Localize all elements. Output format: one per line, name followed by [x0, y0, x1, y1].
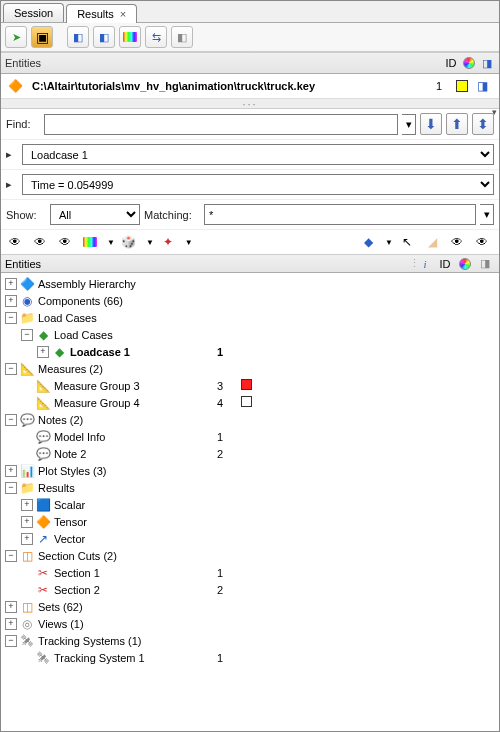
find-dropdown-arrow-icon[interactable]: ▾	[402, 114, 416, 135]
draw-style-button[interactable]: 🎲	[121, 234, 137, 250]
node-vector[interactable]: + ↗ Vector	[1, 530, 499, 547]
time-select[interactable]: Time = 0.054999	[22, 174, 494, 195]
node-tracking[interactable]: − 🛰 Tracking Systems (1)	[1, 632, 499, 649]
cursor-icon[interactable]: ↖	[399, 234, 415, 250]
node-components[interactable]: + ◉ Components (66)	[1, 292, 499, 309]
loadcase-select[interactable]: Loadcase 1	[22, 144, 494, 165]
expand-icon[interactable]: +	[37, 346, 49, 358]
rainbow-button[interactable]	[119, 26, 141, 48]
node-mg4[interactable]: 📐 Measure Group 4 4	[1, 394, 499, 411]
expand-icon[interactable]: +	[5, 295, 17, 307]
node-section2[interactable]: ✂ Section 2 2	[1, 581, 499, 598]
collapse-icon[interactable]: −	[5, 312, 17, 324]
node-views[interactable]: + ◎ Views (1)	[1, 615, 499, 632]
find-both-button[interactable]: ⬍	[472, 113, 494, 135]
node-modelinfo[interactable]: 💬 Model Info 1	[1, 428, 499, 445]
node-results[interactable]: − 📁 Results	[1, 479, 499, 496]
color-by-button[interactable]	[82, 234, 98, 250]
vector-icon: ↗	[35, 531, 51, 547]
panel-menu-arrow-icon[interactable]: ▾	[492, 107, 497, 117]
node-sets[interactable]: + ◫ Sets (62)	[1, 598, 499, 615]
node-track1[interactable]: 🛰 Tracking System 1 1	[1, 649, 499, 666]
app-button[interactable]: ▣	[31, 26, 53, 48]
expand-icon[interactable]: +	[5, 465, 17, 477]
matching-dropdown-arrow-icon[interactable]: ▾	[480, 204, 494, 225]
measure-icon: 📐	[35, 395, 51, 411]
model-tree: + 🔷 Assembly Hierarchy + ◉ Components (6…	[1, 273, 499, 672]
cube-button-1[interactable]: ◧	[67, 26, 89, 48]
show-select[interactable]: All	[50, 204, 140, 225]
tensor-icon: 🔶	[35, 514, 51, 530]
expand-icon[interactable]: +	[5, 278, 17, 290]
cube-add-button[interactable]: ◧	[93, 26, 115, 48]
show-label: Show:	[6, 209, 46, 221]
eye-count-icon[interactable]: 👁	[474, 234, 490, 250]
paint-icon[interactable]: ◢	[424, 234, 440, 250]
tree-id-col: ID	[435, 258, 455, 270]
entities-title: Entities	[5, 57, 441, 69]
expand-icon[interactable]: +	[21, 499, 33, 511]
node-note2[interactable]: 💬 Note 2 2	[1, 445, 499, 462]
collapse-icon[interactable]: −	[5, 550, 17, 562]
cube-menu-button[interactable]: ◆	[360, 234, 376, 250]
tracking-icon: 🛰	[35, 650, 51, 666]
node-notes[interactable]: − 💬 Notes (2)	[1, 411, 499, 428]
open-file-button[interactable]: ➤	[5, 26, 27, 48]
time-menu-arrow-icon[interactable]: ▸	[6, 178, 18, 191]
section-icon: ✂	[35, 582, 51, 598]
expand-icon[interactable]: +	[5, 618, 17, 630]
find-input[interactable]	[44, 114, 398, 135]
node-assembly[interactable]: + 🔷 Assembly Hierarchy	[1, 275, 499, 292]
collapse-icon[interactable]: −	[5, 635, 17, 647]
collapse-icon[interactable]: −	[5, 482, 17, 494]
share-button[interactable]: ⇆	[145, 26, 167, 48]
file-id: 1	[436, 80, 450, 92]
collapse-icon[interactable]: −	[5, 414, 17, 426]
splitter-bar[interactable]	[1, 99, 499, 109]
tree-cube-col-icon: ◨	[475, 257, 495, 270]
tab-session[interactable]: Session	[3, 3, 64, 22]
matching-input[interactable]	[204, 204, 476, 225]
collapse-icon[interactable]: −	[5, 363, 17, 375]
loadcase-menu-arrow-icon[interactable]: ▸	[6, 148, 18, 161]
file-vis-cube-icon[interactable]: ◨	[474, 78, 490, 94]
node-scalar[interactable]: + 🟦 Scalar	[1, 496, 499, 513]
eye3-icon[interactable]: 👁	[57, 234, 73, 250]
collapse-icon[interactable]: −	[21, 329, 33, 341]
node-measures[interactable]: − 📐 Measures (2)	[1, 360, 499, 377]
note-icon: 💬	[35, 429, 51, 445]
node-section1[interactable]: ✂ Section 1 1	[1, 564, 499, 581]
file-entry-row[interactable]: 🔶 C:\Altair\tutorials\mv_hv_hg\animation…	[1, 74, 499, 99]
file-type-icon: 🔶	[7, 78, 23, 94]
node-loadcases[interactable]: − 📁 Load Cases	[1, 309, 499, 326]
entities-header: Entities ID ◨	[1, 52, 499, 74]
expand-icon[interactable]: +	[21, 533, 33, 545]
node-mg3[interactable]: 📐 Measure Group 3 3	[1, 377, 499, 394]
cube-grey-button[interactable]: ◧	[171, 26, 193, 48]
file-color-swatch[interactable]	[456, 80, 468, 92]
color-swatch[interactable]	[241, 379, 252, 390]
eye-plusminus-icon[interactable]: 👁	[449, 234, 465, 250]
sets-icon: ◫	[19, 599, 35, 615]
find-prev-button[interactable]: ⬆	[446, 113, 468, 135]
expand-icon[interactable]: +	[5, 601, 17, 613]
eye2-icon[interactable]: 👁	[32, 234, 48, 250]
axes-icon[interactable]: ✦	[160, 234, 176, 250]
folder-icon: 📁	[19, 310, 35, 326]
node-tensor[interactable]: + 🔶 Tensor	[1, 513, 499, 530]
node-loadcase1[interactable]: + ◆ Loadcase 1 1	[1, 343, 499, 360]
eye1-icon[interactable]: 👁	[7, 234, 23, 250]
expand-icon[interactable]: +	[21, 516, 33, 528]
tab-results[interactable]: Results×	[66, 4, 137, 23]
close-icon[interactable]: ×	[120, 8, 126, 20]
top-tabs: Session Results×	[1, 1, 499, 23]
color-swatch[interactable]	[241, 396, 252, 407]
grip-dots-icon	[242, 98, 257, 110]
assembly-icon: 🔷	[19, 276, 35, 292]
node-plotstyles[interactable]: + 📊 Plot Styles (3)	[1, 462, 499, 479]
find-next-button[interactable]: ⬇	[420, 113, 442, 135]
scalar-icon: 🟦	[35, 497, 51, 513]
section-icon: ✂	[35, 565, 51, 581]
node-loadcases-child[interactable]: − ◆ Load Cases	[1, 326, 499, 343]
node-sectioncuts[interactable]: − ◫ Section Cuts (2)	[1, 547, 499, 564]
